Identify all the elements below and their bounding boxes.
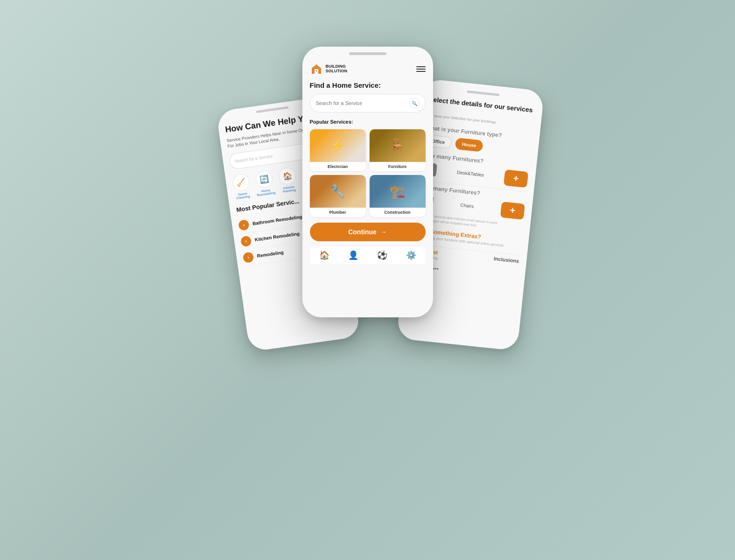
desk-plus-button[interactable]: +	[503, 169, 528, 188]
kitchen-arrow-icon: ›	[240, 235, 252, 247]
continue-arrow-icon: →	[380, 228, 387, 236]
kitchen-label: Kitchen Remodeling	[254, 231, 300, 242]
inclusions-title: Inclusions	[493, 256, 519, 264]
nav-home[interactable]: 🏠	[319, 250, 329, 260]
nav-activity[interactable]: ⚽	[377, 250, 387, 260]
electrician-image	[310, 129, 366, 162]
remodeling-arrow-icon: ›	[242, 252, 254, 263]
center-phone: BUILDING SOLUTION Find a Home Service: 🔍…	[302, 47, 433, 317]
activity-nav-icon: ⚽	[377, 250, 387, 260]
phones-container: How Can We Help You? Service Providers H…	[0, 0, 735, 560]
service-card-construction[interactable]: Construction	[370, 175, 426, 217]
bathroom-label: Bathroom Remodeling	[252, 214, 302, 226]
construction-image	[370, 175, 426, 208]
continue-button[interactable]: Continue →	[310, 223, 426, 241]
painting-label: InteriorPainting	[282, 185, 295, 193]
desk-tables-label: Desk&Tables	[456, 170, 484, 178]
home-nav-icon: 🏠	[319, 250, 329, 260]
service-card-plumber[interactable]: Plumber	[310, 175, 366, 217]
hamburger-menu[interactable]	[416, 66, 426, 72]
logo-icon	[310, 63, 323, 76]
service-card-electrician[interactable]: Electrcian	[310, 129, 366, 171]
logo-text: BUILDING SOLUTION	[326, 64, 348, 74]
remodeling-label: HomeRemodeling	[256, 188, 276, 196]
center-header: BUILDING SOLUTION	[310, 63, 426, 76]
plumber-image	[310, 175, 366, 208]
furniture-label: Furniture	[370, 162, 426, 171]
cleaning-label: HomeCleaning	[235, 191, 250, 200]
center-search-icon[interactable]: 🔍	[409, 98, 420, 108]
nav-settings[interactable]: ⚙️	[406, 250, 416, 260]
bottom-navigation: 🏠 👤 ⚽ ⚙️	[310, 246, 426, 264]
left-notch	[256, 106, 288, 113]
left-search-placeholder: Search for a Service	[234, 148, 312, 163]
services-grid: Electrcian Furniture Plumber Constructio…	[310, 129, 426, 217]
center-notch	[349, 52, 386, 55]
cleaning-icon: 🧹	[231, 173, 251, 192]
profile-nav-icon: 👤	[348, 250, 358, 260]
remodeling-icon: 🔄	[254, 170, 273, 189]
plumber-label: Plumber	[310, 208, 366, 217]
center-search-bar[interactable]: 🔍	[310, 94, 426, 112]
service-icon-cleaning[interactable]: 🧹 HomeCleaning	[231, 173, 252, 200]
nav-profile[interactable]: 👤	[348, 250, 358, 260]
center-search-input[interactable]	[316, 100, 406, 106]
painting-icon: 🏠	[278, 167, 297, 186]
chairs-label: Chairs	[460, 203, 474, 209]
remodeling-item-label: Remodeling	[257, 250, 284, 259]
furniture-image	[370, 129, 426, 162]
bathroom-arrow-icon: ›	[238, 219, 249, 231]
service-card-furniture[interactable]: Furniture	[370, 129, 426, 171]
settings-nav-icon: ⚙️	[406, 250, 416, 260]
logo: BUILDING SOLUTION	[310, 63, 348, 76]
construction-label: Construction	[370, 208, 426, 217]
house-button[interactable]: House	[455, 138, 483, 152]
chairs-plus-button[interactable]: +	[500, 202, 525, 220]
service-icon-remodeling[interactable]: 🔄 HomeRemodeling	[253, 169, 275, 196]
service-icon-painting[interactable]: 🏠 InteriorPainting	[278, 167, 298, 193]
popular-services-title: Popular Services:	[310, 119, 426, 125]
find-title: Find a Home Service:	[310, 81, 426, 89]
electrician-label: Electrcian	[310, 162, 366, 171]
right-notch	[467, 91, 499, 96]
